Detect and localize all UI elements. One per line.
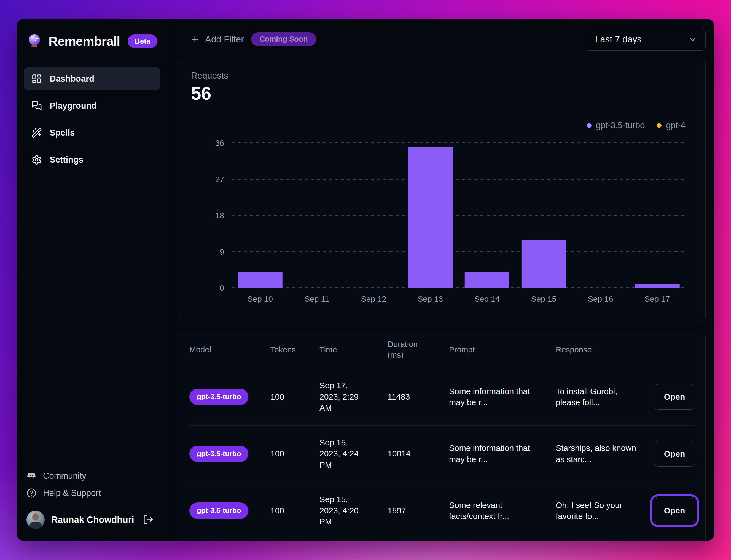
col-header-duration: Duration (ms) — [388, 339, 449, 360]
bar-gpt-3.5-turbo-Sep 10[interactable] — [238, 272, 283, 288]
sidebar-item-label: Dashboard — [50, 74, 94, 84]
response-cell: Oh, I see! So your favorite fo... — [556, 500, 654, 522]
y-tick-label: 0 — [220, 284, 224, 293]
discord-icon — [26, 471, 36, 481]
legend-label: gpt-3.5-turbo — [596, 120, 645, 130]
bar-gpt-3.5-turbo-Sep 13[interactable] — [408, 147, 453, 288]
bar-gpt-3.5-turbo-Sep 17[interactable] — [635, 284, 680, 288]
crystal-ball-logo-icon — [26, 33, 42, 49]
duration-cell: 1597 — [388, 505, 449, 516]
duration-cell: 11483 — [388, 391, 449, 403]
time-cell: Sep 15, 2023, 4:20 PM — [319, 494, 388, 527]
open-button-focused[interactable]: Open — [654, 498, 695, 523]
sidebar-item-dashboard[interactable]: Dashboard — [24, 67, 160, 90]
requests-chart-card: Requests 56 gpt-3.5-turbogpt-4 09182736 … — [178, 58, 706, 322]
chat-bubbles-icon — [31, 101, 42, 111]
requests-table-card: Model Tokens Time Duration (ms) Prompt R… — [178, 331, 706, 541]
coming-soon-badge: Coming Soon — [251, 32, 316, 46]
time-cell: Sep 15, 2023, 4:24 PM — [319, 437, 388, 471]
open-button[interactable]: Open — [654, 384, 695, 410]
y-tick-label: 36 — [215, 139, 224, 148]
toolbar: Add Filter Coming Soon Last 7 days — [178, 28, 706, 51]
date-range-value: Last 7 days — [595, 34, 688, 45]
help-circle-icon — [26, 488, 36, 498]
user-row: Raunak Chowdhuri — [24, 511, 160, 529]
x-tick-label: Sep 11 — [289, 295, 345, 304]
user-avatar[interactable] — [26, 511, 45, 529]
x-tick-label: Sep 13 — [402, 295, 459, 304]
sidebar-item-label: Spells — [50, 128, 75, 138]
logo-row: Remembrall Beta — [24, 33, 160, 49]
bar-slot-Sep 15 — [515, 143, 572, 288]
date-range-select[interactable]: Last 7 days — [585, 28, 706, 51]
requests-total: 56 — [191, 83, 686, 104]
bar-slot-Sep 12 — [345, 143, 402, 288]
sidebar-footer: Community Help & Support — [24, 471, 160, 498]
x-tick-label: Sep 16 — [572, 295, 629, 304]
legend-item-gpt-3.5-turbo: gpt-3.5-turbo — [587, 120, 645, 130]
bar-slot-Sep 10 — [232, 143, 289, 288]
logout-button[interactable] — [143, 514, 154, 526]
app-window: Remembrall Beta Dashboard Playground — [17, 19, 714, 541]
y-tick-label: 18 — [215, 211, 224, 220]
sidebar-item-playground[interactable]: Playground — [24, 94, 160, 117]
table-header: Model Tokens Time Duration (ms) Prompt R… — [189, 331, 694, 368]
layout-dashboard-icon — [31, 74, 42, 84]
y-tick-label: 27 — [215, 175, 224, 184]
add-filter-button[interactable]: Add Filter — [190, 34, 244, 45]
add-filter-label: Add Filter — [205, 34, 244, 45]
legend-dot — [657, 123, 662, 128]
sidebar-item-label: Playground — [50, 101, 97, 111]
sidebar-nav: Dashboard Playground Spells — [24, 67, 160, 171]
model-badge: gpt-3.5-turbo — [189, 502, 248, 519]
table-row: gpt-3.5-turbo 100 Sep 15, 2023, 4:20 PM … — [189, 482, 694, 539]
model-badge: gpt-3.5-turbo — [189, 446, 248, 462]
bar-slot-Sep 14 — [459, 143, 515, 288]
open-button[interactable]: Open — [654, 441, 695, 467]
legend-label: gpt-4 — [666, 120, 686, 130]
chevron-down-icon — [688, 35, 697, 44]
sidebar-item-settings[interactable]: Settings — [24, 148, 160, 171]
col-header-response: Response — [556, 344, 654, 355]
chart-title: Requests — [191, 71, 686, 81]
bar-gpt-3.5-turbo-Sep 14[interactable] — [465, 272, 510, 288]
sidebar-item-label: Settings — [50, 155, 83, 165]
magic-wand-icon — [31, 128, 42, 138]
bar-slot-Sep 17 — [629, 143, 686, 288]
plot-area: 09182736 — [191, 143, 686, 288]
help-support-link[interactable]: Help & Support — [26, 488, 160, 498]
plus-icon — [190, 35, 200, 44]
table-row: gpt-3.5-turbo 100 Sep 17, 2023, 2:29 AM … — [189, 368, 694, 426]
table-row: gpt-3.5-turbo 100 Sep 15, 2023, 4:24 PM … — [189, 426, 694, 483]
x-axis: Sep 10Sep 11Sep 12Sep 13Sep 14Sep 15Sep … — [232, 295, 686, 304]
sidebar-item-spells[interactable]: Spells — [24, 121, 160, 144]
x-tick-label: Sep 10 — [232, 295, 289, 304]
duration-cell: 10014 — [388, 448, 449, 459]
legend-item-gpt-4: gpt-4 — [657, 120, 686, 130]
response-cell: To install Gurobi, please foll... — [556, 386, 654, 408]
prompt-cell: Some information that may be r... — [449, 386, 556, 408]
response-cell: Starships, also known as starc... — [556, 443, 654, 465]
x-tick-label: Sep 15 — [515, 295, 572, 304]
bar-gpt-3.5-turbo-Sep 15[interactable] — [521, 240, 566, 288]
help-support-label: Help & Support — [43, 488, 101, 498]
col-header-prompt: Prompt — [449, 344, 556, 355]
prompt-cell: Some relevant facts/context fr... — [449, 500, 556, 522]
model-badge: gpt-3.5-turbo — [189, 389, 248, 405]
chart-legend: gpt-3.5-turbogpt-4 — [191, 120, 686, 131]
tokens-cell: 100 — [270, 391, 319, 403]
bar-slot-Sep 16 — [572, 143, 629, 288]
table-row-partial — [189, 539, 694, 541]
time-cell: Sep 17, 2023, 2:29 AM — [319, 380, 388, 414]
bar-slot-Sep 11 — [289, 143, 345, 288]
community-link[interactable]: Community — [26, 471, 160, 481]
gear-icon — [31, 155, 42, 165]
logout-icon — [143, 514, 154, 525]
user-name: Raunak Chowdhuri — [51, 515, 136, 525]
y-tick-label: 9 — [220, 247, 224, 256]
sidebar-spacer — [24, 171, 160, 471]
col-header-model: Model — [189, 344, 270, 355]
prompt-cell: Some information that may be r... — [449, 443, 556, 465]
main-content: Add Filter Coming Soon Last 7 days Reque… — [168, 19, 714, 541]
x-tick-label: Sep 12 — [345, 295, 402, 304]
